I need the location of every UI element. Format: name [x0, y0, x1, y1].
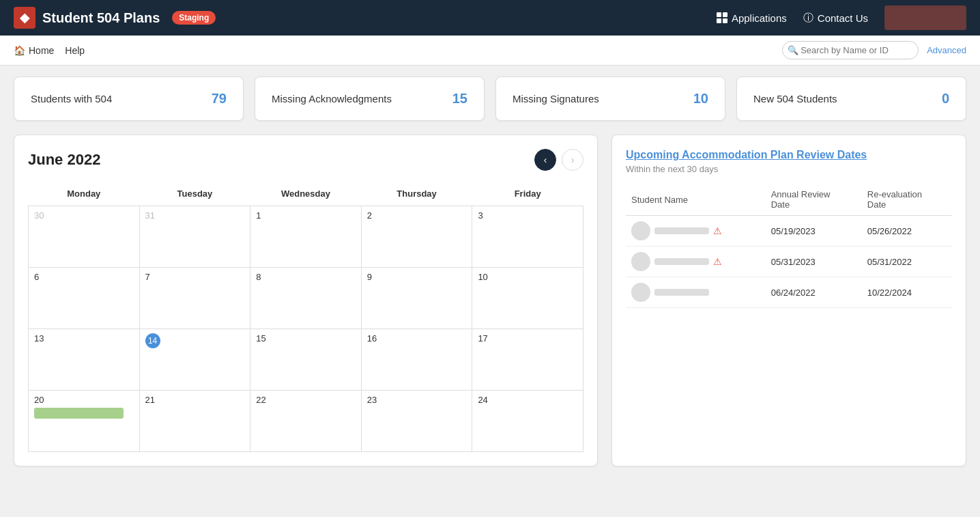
calendar-grid: Monday Tuesday Wednesday Thursday Friday… — [28, 184, 583, 452]
help-link[interactable]: Help — [65, 45, 85, 56]
event-bar[interactable] — [34, 408, 124, 419]
col-student-name: Student Name — [626, 185, 766, 216]
calendar-header: June 2022 ‹ › — [28, 149, 583, 171]
search-input[interactable] — [782, 41, 919, 59]
upcoming-row: 06/24/202210/22/2024 — [626, 277, 952, 308]
calendar-day-cell[interactable]: 6 — [29, 268, 140, 329]
calendar-day-cell[interactable]: 30 — [29, 206, 140, 268]
reevaluation-date: 05/31/2022 — [862, 247, 952, 277]
search-area: 🔍 Advanced — [782, 41, 966, 59]
calendar-day-cell[interactable]: 2 — [361, 206, 472, 268]
col-tuesday: Tuesday — [139, 184, 250, 206]
student-name-placeholder — [654, 227, 709, 234]
day-number: 17 — [478, 333, 577, 344]
upcoming-student-cell[interactable]: ⚠ — [626, 216, 766, 247]
home-link[interactable]: 🏠 Home — [14, 45, 54, 56]
calendar-day-cell[interactable]: 23 — [361, 391, 472, 452]
upcoming-student-cell[interactable]: ⚠ — [626, 247, 766, 277]
annual-review-date: 05/31/2023 — [766, 247, 862, 277]
col-monday: Monday — [29, 184, 140, 206]
calendar-day-cell[interactable]: 9 — [361, 268, 472, 329]
calendar-day-cell[interactable]: 20 — [29, 391, 140, 452]
annual-review-date: 06/24/2022 — [766, 277, 862, 308]
header-logo: ◆ Student 504 Plans Staging — [14, 7, 216, 29]
calendar-day-cell[interactable]: 31 — [139, 206, 250, 268]
main-content: Students with 504 79 Missing Acknowledgm… — [0, 66, 980, 477]
student-avatar — [631, 252, 650, 271]
stats-row: Students with 504 79 Missing Acknowledgm… — [14, 76, 966, 121]
day-number: 20 — [34, 395, 134, 405]
stat-card-0: Students with 504 79 — [14, 76, 244, 121]
cal-next-btn[interactable]: › — [562, 149, 583, 171]
upcoming-title[interactable]: Upcoming Accommodation Plan Review Dates — [626, 149, 952, 161]
calendar-panel: June 2022 ‹ › Monday Tuesday Wednesday T… — [14, 135, 598, 466]
col-reevaluation: Re-evaluationDate — [862, 185, 952, 216]
calendar-week-row: 1314151617 — [29, 329, 583, 391]
col-friday: Friday — [472, 184, 583, 206]
day-number: 16 — [367, 333, 467, 344]
calendar-title: June 2022 — [28, 151, 100, 169]
upcoming-student-cell[interactable] — [626, 277, 766, 308]
calendar-day-cell[interactable]: 15 — [250, 329, 362, 391]
stat-label-3: New 504 Students — [753, 93, 837, 104]
warning-icon: ⚠ — [713, 225, 722, 236]
col-thursday: Thursday — [361, 184, 472, 206]
calendar-day-cell[interactable]: 17 — [472, 329, 583, 391]
stat-card-3: New 504 Students 0 — [736, 76, 966, 121]
calendar-day-cell[interactable]: 8 — [250, 268, 362, 329]
day-number: 30 — [34, 210, 134, 221]
reevaluation-date: 10/22/2024 — [862, 277, 952, 308]
annual-review-date: 05/19/2023 — [766, 216, 862, 247]
calendar-day-cell[interactable]: 16 — [361, 329, 472, 391]
header: ◆ Student 504 Plans Staging Applications… — [0, 0, 980, 36]
day-number: 10 — [478, 272, 577, 282]
cal-prev-btn[interactable]: ‹ — [534, 149, 556, 171]
question-icon: ⓘ — [803, 12, 813, 25]
calendar-week-row: 2021222324 — [29, 391, 583, 452]
calendar-day-cell[interactable]: 3 — [472, 206, 583, 268]
stat-value-1[interactable]: 15 — [452, 91, 467, 107]
user-button[interactable] — [884, 5, 966, 30]
applications-link[interactable]: Applications — [717, 12, 787, 24]
col-annual-review: Annual ReviewDate — [766, 185, 862, 216]
reevaluation-date: 05/26/2022 — [862, 216, 952, 247]
stat-value-3[interactable]: 0 — [942, 91, 949, 107]
day-number: 8 — [256, 272, 356, 282]
header-nav: Applications ⓘ Contact Us — [717, 5, 966, 30]
day-number: 24 — [478, 395, 577, 405]
stat-value-0[interactable]: 79 — [212, 91, 227, 107]
student-avatar — [631, 283, 650, 302]
calendar-day-cell[interactable]: 21 — [139, 391, 250, 452]
upcoming-subtitle: Within the next 30 days — [626, 164, 952, 174]
stat-label-1: Missing Acknowledgments — [272, 93, 392, 104]
calendar-day-cell[interactable]: 22 — [250, 391, 362, 452]
calendar-week-row: 3031123 — [29, 206, 583, 268]
calendar-day-cell[interactable]: 13 — [29, 329, 140, 391]
grid-icon — [717, 12, 727, 23]
search-wrap: 🔍 — [782, 41, 919, 59]
calendar-nav-buttons: ‹ › — [534, 149, 583, 171]
stat-value-2[interactable]: 10 — [693, 91, 708, 107]
day-number: 9 — [367, 272, 467, 282]
logo-icon: ◆ — [14, 7, 35, 29]
upcoming-row: ⚠05/19/202305/26/2022 — [626, 216, 952, 247]
col-wednesday: Wednesday — [250, 184, 362, 206]
student-avatar — [631, 221, 650, 240]
calendar-day-cell[interactable]: 7 — [139, 268, 250, 329]
day-number: 13 — [34, 333, 134, 344]
calendar-day-cell[interactable]: 14 — [139, 329, 250, 391]
advanced-link[interactable]: Advanced — [927, 45, 966, 55]
calendar-day-cell[interactable]: 24 — [472, 391, 583, 452]
stat-card-2: Missing Signatures 10 — [495, 76, 725, 121]
search-icon: 🔍 — [788, 45, 798, 55]
upcoming-table: Student Name Annual ReviewDate Re-evalua… — [626, 185, 952, 308]
calendar-day-cell[interactable]: 1 — [250, 206, 362, 268]
calendar-day-cell[interactable]: 10 — [472, 268, 583, 329]
day-number: 22 — [256, 395, 356, 405]
day-number: 31 — [145, 210, 245, 221]
contact-us-link[interactable]: ⓘ Contact Us — [803, 12, 868, 25]
warning-icon: ⚠ — [713, 256, 722, 267]
student-name-placeholder — [654, 258, 709, 265]
day-number: 1 — [256, 210, 356, 221]
lower-section: June 2022 ‹ › Monday Tuesday Wednesday T… — [14, 135, 966, 466]
